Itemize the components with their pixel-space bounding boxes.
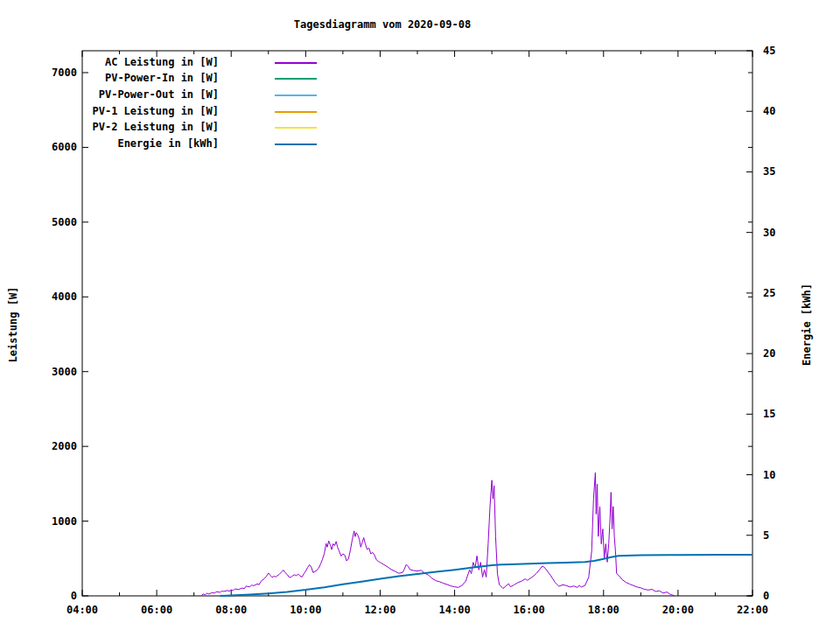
y-tick-label-right: 35 (763, 165, 798, 178)
y-tick-label-right: 45 (763, 45, 798, 57)
x-tick-label: 08:00 (205, 604, 257, 616)
chart-canvas: Tagesdiagramm vom 2020-09-08 Leistung [W… (0, 0, 840, 630)
y-tick-label-left: 5000 (28, 216, 77, 228)
legend-label: Energie in [kWh] (9, 137, 219, 150)
legend-label: PV-2 Leistung in [W] (9, 121, 219, 133)
x-tick-label: 22:00 (726, 604, 779, 616)
legend-line-sample (275, 62, 317, 64)
legend-row: PV-Power-Out in [W] (9, 88, 320, 102)
y-tick-label-right: 0 (763, 590, 798, 602)
x-tick-label: 16:00 (503, 604, 556, 616)
x-tick-label: 18:00 (578, 604, 630, 616)
legend-row: PV-Power-In in [W] (9, 72, 320, 86)
chart-title: Tagesdiagramm vom 2020-09-08 (251, 18, 514, 31)
y-tick-label-right: 30 (763, 227, 798, 239)
legend-row: PV-1 Leistung in [W] (9, 105, 320, 119)
legend-label: PV-Power-In in [W] (9, 72, 219, 84)
x-tick-label: 20:00 (652, 604, 704, 616)
y-tick-label-left: 2000 (28, 440, 77, 452)
y-tick-label-left: 0 (28, 590, 77, 602)
y-tick-label-right: 40 (763, 105, 798, 117)
y-tick-label-right: 5 (763, 529, 798, 542)
legend-label: AC Leistung in [W] (9, 56, 219, 68)
legend-line-sample (275, 111, 317, 113)
y-tick-label-right: 15 (763, 408, 798, 420)
x-tick-label: 12:00 (354, 604, 406, 616)
y-tick-label-right: 20 (763, 347, 798, 360)
legend-label: PV-1 Leistung in [W] (9, 105, 219, 117)
legend-line-sample (275, 144, 317, 145)
legend-line-sample (275, 94, 317, 96)
legend-line-sample (275, 127, 317, 129)
legend-line-sample (275, 78, 317, 80)
x-tick-label: 06:00 (130, 604, 183, 616)
y-tick-label-left: 4000 (28, 290, 77, 303)
x-tick-label: 10:00 (279, 604, 332, 616)
y-tick-label-right: 25 (763, 287, 798, 299)
x-tick-label: 14:00 (429, 604, 481, 616)
y-axis-label-right: Energie [kWh] (801, 193, 813, 456)
y-axis-label-left: Leistung [W] (7, 193, 19, 456)
legend-label: PV-Power-Out in [W] (9, 88, 219, 101)
y-tick-label-left: 3000 (28, 366, 77, 378)
legend-row: PV-2 Leistung in [W] (9, 121, 320, 135)
x-tick-label: 04:00 (56, 604, 108, 616)
ac-line (201, 472, 674, 595)
y-tick-label-left: 1000 (28, 515, 77, 528)
y-tick-label-right: 10 (763, 469, 798, 481)
legend-row: Energie in [kWh] (9, 137, 320, 151)
legend-row: AC Leistung in [W] (9, 56, 320, 70)
